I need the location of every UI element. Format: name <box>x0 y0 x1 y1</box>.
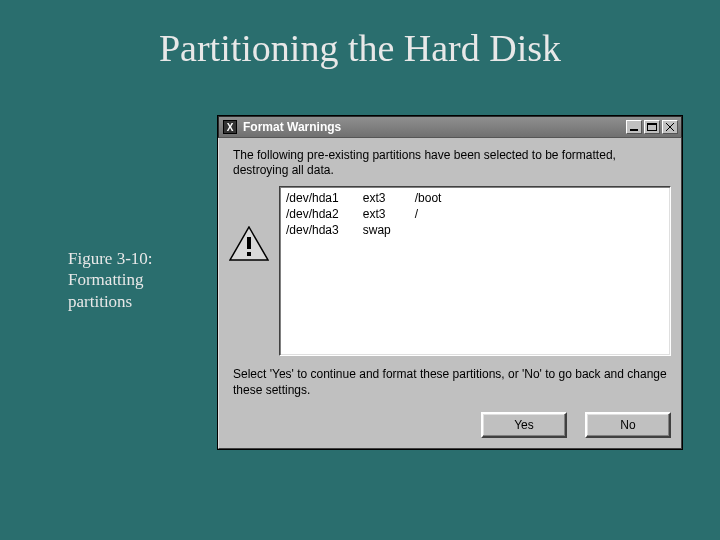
slide: Partitioning the Hard Disk Figure 3-10: … <box>0 0 720 540</box>
cell-device: /dev/hda1 <box>284 190 361 206</box>
warning-message-top: The following pre-existing partitions ha… <box>233 148 667 178</box>
caption-line: Formatting <box>68 270 144 289</box>
table-row: /dev/hda3 swap <box>284 222 463 238</box>
cell-fs: ext3 <box>361 190 413 206</box>
dialog-button-row: Yes No <box>229 412 671 438</box>
yes-button[interactable]: Yes <box>481 412 567 438</box>
caption-line: Figure 3-10: <box>68 249 153 268</box>
table-row: /dev/hda1 ext3 /boot <box>284 190 463 206</box>
warning-message-bottom: Select 'Yes' to continue and format thes… <box>233 366 667 398</box>
svg-rect-1 <box>247 237 251 249</box>
caption-line: partitions <box>68 292 132 311</box>
cell-fs: ext3 <box>361 206 413 222</box>
table-row: /dev/hda2 ext3 / <box>284 206 463 222</box>
svg-rect-2 <box>247 252 251 256</box>
partition-list[interactable]: /dev/hda1 ext3 /boot /dev/hda2 ext3 / /d… <box>279 186 671 356</box>
app-icon: X <box>223 120 237 134</box>
cell-fs: swap <box>361 222 413 238</box>
cell-mount: / <box>413 206 464 222</box>
format-warnings-dialog: X Format Warnings The following pre-exis… <box>218 116 682 449</box>
dialog-main-row: /dev/hda1 ext3 /boot /dev/hda2 ext3 / /d… <box>229 186 671 356</box>
titlebar[interactable]: X Format Warnings <box>218 116 682 138</box>
slide-title: Partitioning the Hard Disk <box>0 26 720 70</box>
close-button[interactable] <box>662 120 678 134</box>
cell-mount <box>413 222 464 238</box>
cell-device: /dev/hda3 <box>284 222 361 238</box>
warning-icon <box>229 226 269 262</box>
title-controls <box>626 120 678 134</box>
maximize-button[interactable] <box>644 120 660 134</box>
dialog-title: Format Warnings <box>243 120 341 134</box>
figure-caption: Figure 3-10: Formatting partitions <box>68 248 198 312</box>
cell-mount: /boot <box>413 190 464 206</box>
dialog-body: The following pre-existing partitions ha… <box>218 138 682 449</box>
minimize-button[interactable] <box>626 120 642 134</box>
no-button[interactable]: No <box>585 412 671 438</box>
partition-table: /dev/hda1 ext3 /boot /dev/hda2 ext3 / /d… <box>284 190 463 239</box>
cell-device: /dev/hda2 <box>284 206 361 222</box>
